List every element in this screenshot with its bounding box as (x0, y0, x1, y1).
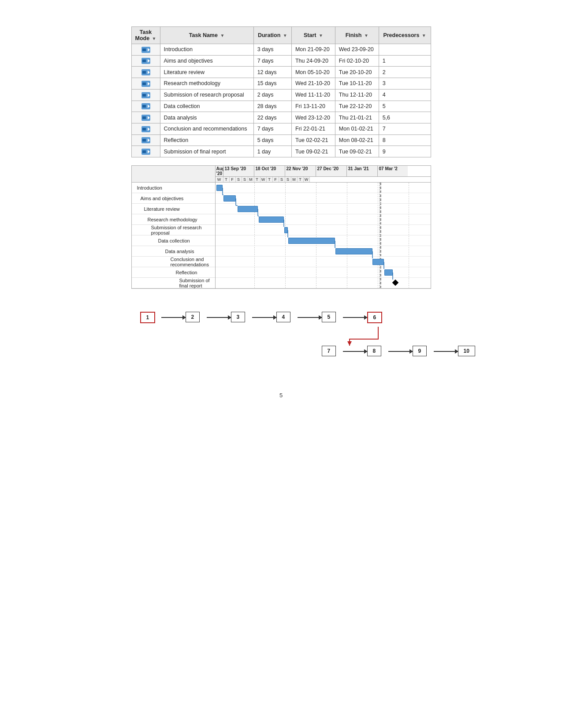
task-start-cell: Wed 21-10-20 (291, 78, 335, 90)
net-arrow-8-9 (388, 351, 413, 352)
gantt-day: F (230, 177, 236, 182)
col-header-start[interactable]: Start ▼ (291, 27, 335, 44)
table-row: Aims and objectives7 daysThu 24-09-20Fri… (131, 55, 431, 67)
task-predecessors-cell (379, 44, 431, 56)
task-mode-icon (141, 47, 150, 53)
gantt-row-6 (216, 235, 431, 246)
gantt-row-5 (216, 225, 431, 235)
task-start-cell: Thu 24-09-20 (291, 55, 335, 67)
task-mode-icon (141, 137, 150, 143)
task-duration-cell: 3 days (253, 44, 291, 56)
gantt-row-4 (216, 214, 431, 225)
task-predecessors-cell: 4 (379, 89, 431, 101)
gantt-row-3 (216, 204, 431, 214)
table-row: Data analysis22 daysWed 23-12-20Thu 21-0… (131, 112, 431, 123)
gantt-day: S (279, 177, 285, 182)
gantt-label-data: Data collection (132, 235, 215, 246)
network-node-7: 7 (322, 346, 336, 356)
gantt-month-aug: Aug '20 (216, 166, 223, 176)
gantt-day: S (242, 177, 248, 182)
page-number: 5 (279, 392, 283, 399)
task-mode-cell (131, 123, 160, 134)
task-duration-cell: 2 days (253, 89, 291, 101)
task-finish-cell: Mon 08-02-21 (335, 134, 379, 146)
gantt-day: W (304, 177, 310, 182)
gantt-label-analysis: Data analysis (132, 246, 215, 257)
gantt-chart: Aug '20 13 Sep '20 18 Oct '20 22 Nov '20… (131, 165, 431, 289)
task-finish-cell: Wed 23-09-20 (335, 44, 379, 56)
table-row: Introduction3 daysMon 21-09-20Wed 23-09-… (131, 44, 431, 56)
task-predecessors-cell: 3 (379, 78, 431, 90)
gantt-day: S (236, 177, 242, 182)
task-name-cell: Introduction (160, 44, 253, 56)
task-duration-cell: 12 days (253, 67, 291, 78)
task-duration-cell: 7 days (253, 55, 291, 67)
task-finish-cell: Mon 01-02-21 (335, 123, 379, 134)
gantt-day: F (273, 177, 279, 182)
gantt-label-lit: Literature review (132, 204, 215, 214)
task-predecessors-cell: 1 (379, 55, 431, 67)
network-node-10: 10 (458, 346, 475, 356)
task-mode-cell (131, 134, 160, 146)
task-duration-cell: 28 days (253, 101, 291, 112)
task-start-cell: Tue 02-02-21 (291, 134, 335, 146)
task-finish-cell: Tue 20-10-20 (335, 67, 379, 78)
task-start-cell: Wed 11-11-20 (291, 89, 335, 101)
gantt-row-2 (216, 193, 431, 204)
gantt-bars-area (216, 183, 431, 288)
gantt-bar-datacoll (288, 238, 335, 244)
gantt-day: M (291, 177, 298, 182)
task-name-cell: Research methodology (160, 78, 253, 90)
task-duration-cell: 22 days (253, 112, 291, 123)
task-mode-cell (131, 67, 160, 78)
gantt-label-aims: Aims and objectives (132, 193, 215, 204)
task-mode-cell (131, 146, 160, 157)
col-header-predecessors[interactable]: Predecessors ▼ (379, 27, 431, 44)
task-duration-cell: 7 days (253, 123, 291, 134)
gantt-bar-aims (223, 195, 236, 202)
gantt-label-conc: Conclusion and recommendations (132, 257, 215, 267)
task-duration-cell: 1 day (253, 146, 291, 157)
task-name-cell: Submission of final report (160, 146, 253, 157)
task-finish-cell: Thu 12-11-20 (335, 89, 379, 101)
task-mode-icon (141, 81, 150, 87)
gantt-bar-introduction (216, 185, 223, 191)
network-arrows-svg (114, 304, 449, 366)
task-finish-cell: Thu 21-01-21 (335, 112, 379, 123)
gantt-day: W (216, 177, 223, 182)
col-header-mode[interactable]: TaskMode ▼ (131, 27, 160, 44)
task-finish-cell: Tue 09-02-21 (335, 146, 379, 157)
gantt-month-jan: 31 Jan '21 (347, 166, 378, 176)
table-row: Reflection5 daysTue 02-02-21Mon 08-02-21… (131, 134, 431, 146)
col-header-finish[interactable]: Finish ▼ (335, 27, 379, 44)
gantt-label-introduction: Introduction (132, 183, 215, 193)
task-mode-cell (131, 89, 160, 101)
gantt-day: S (285, 177, 291, 182)
task-start-cell: Mon 21-09-20 (291, 44, 335, 56)
task-predecessors-cell: 5,6 (379, 112, 431, 123)
task-finish-cell: Fri 02-10-20 (335, 55, 379, 67)
task-mode-cell (131, 55, 160, 67)
task-start-cell: Fri 13-11-20 (291, 101, 335, 112)
task-mode-cell (131, 112, 160, 123)
gantt-bar-lit (238, 206, 258, 212)
gantt-day: T (298, 177, 304, 182)
task-mode-cell (131, 44, 160, 56)
task-name-cell: Conclusion and recommendations (160, 123, 253, 134)
task-name-cell: Reflection (160, 134, 253, 146)
task-name-cell: Data analysis (160, 112, 253, 123)
task-start-cell: Fri 22-01-21 (291, 123, 335, 134)
table-row: Data collection28 daysFri 13-11-20Tue 22… (131, 101, 431, 112)
col-header-duration[interactable]: Duration ▼ (253, 27, 291, 44)
task-mode-icon (141, 58, 150, 64)
gantt-row-9 (216, 267, 431, 278)
gantt-day: T (267, 177, 273, 182)
col-header-name[interactable]: Task Name ▼ (160, 27, 253, 44)
gantt-labels-column: Introduction Aims and objectives Literat… (132, 183, 216, 288)
gantt-day: W (261, 177, 267, 182)
net-arrow-9-10 (434, 351, 458, 352)
table-row: Submission of final report1 dayTue 09-02… (131, 146, 431, 157)
task-finish-cell: Tue 22-12-20 (335, 101, 379, 112)
task-predecessors-cell: 8 (379, 134, 431, 146)
gantt-bar-sub (284, 227, 288, 233)
